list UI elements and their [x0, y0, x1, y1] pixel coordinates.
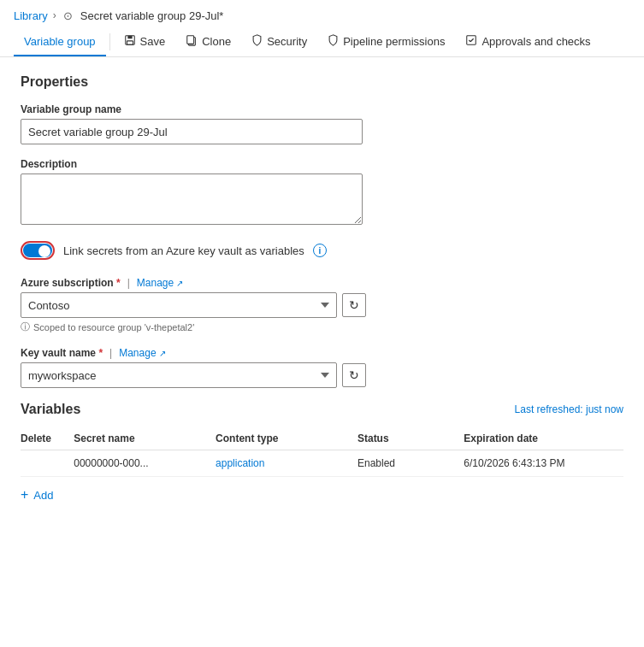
azure-sub-label: Azure subscription * — [21, 277, 121, 289]
main-content: Properties Variable group name Descripti… — [0, 57, 644, 526]
toggle-row: Link secrets from an Azure key vault as … — [21, 241, 623, 260]
svg-rect-4 — [187, 36, 194, 44]
info-icon[interactable]: i — [313, 244, 327, 257]
col-header-expiration: Expiration date — [464, 427, 623, 450]
variable-group-name-field: Variable group name — [21, 103, 623, 144]
description-label: Description — [21, 158, 623, 170]
add-plus-icon: + — [21, 487, 28, 503]
key-vault-manage-link[interactable]: Manage ↗ — [119, 347, 165, 359]
tab-security-label: Security — [267, 35, 307, 48]
cell-delete — [21, 450, 74, 477]
tab-pipeline-permissions[interactable]: Pipeline permissions — [317, 27, 455, 57]
key-vault-label: Key vault name * — [21, 347, 103, 359]
variables-table: Delete Secret name Content type Status E… — [21, 427, 623, 477]
tab-pipeline-permissions-label: Pipeline permissions — [343, 35, 445, 48]
key-vault-manage-label: Manage — [119, 347, 156, 359]
add-label: Add — [33, 489, 53, 502]
tab-clone[interactable]: Clone — [175, 27, 241, 57]
save-icon — [124, 34, 136, 49]
cell-status: Enabled — [357, 450, 464, 477]
variables-header: Variables Last refreshed: just now — [21, 402, 623, 417]
key-vault-dropdown-row: myworkspace ↻ — [21, 362, 623, 388]
approvals-checks-icon — [465, 34, 477, 49]
tab-approvals-checks[interactable]: Approvals and checks — [455, 27, 600, 57]
external-link-icon: ↗ — [176, 279, 183, 288]
azure-sub-required: * — [114, 277, 121, 289]
refresh-icon: ↻ — [349, 298, 359, 312]
variables-table-header: Delete Secret name Content type Status E… — [21, 427, 623, 450]
breadcrumb: Library › ⊙ Secret variable group 29-Jul… — [0, 0, 644, 27]
properties-title: Properties — [21, 74, 623, 90]
azure-sub-label-text: Azure subscription — [21, 277, 114, 289]
key-vault-external-icon: ↗ — [159, 349, 166, 358]
tab-clone-label: Clone — [202, 35, 231, 48]
add-button[interactable]: + Add — [21, 480, 53, 509]
variable-group-icon: ⊙ — [62, 9, 75, 22]
tab-approvals-checks-label: Approvals and checks — [482, 35, 590, 48]
clone-icon — [186, 34, 198, 49]
col-header-status: Status — [357, 427, 464, 450]
azure-sub-dropdown-row: Contoso ↻ — [21, 292, 623, 318]
key-vault-label-text: Key vault name — [21, 347, 96, 359]
key-vault-refresh-button[interactable]: ↻ — [342, 363, 366, 387]
key-vault-required: * — [96, 347, 103, 359]
variable-group-name-label: Variable group name — [21, 103, 623, 115]
col-header-delete: Delete — [21, 427, 74, 450]
col-header-secret: Secret name — [74, 427, 216, 450]
keyvault-toggle[interactable] — [21, 241, 55, 260]
key-vault-label-row: Key vault name * | Manage ↗ — [21, 347, 623, 359]
tab-save-label: Save — [140, 35, 166, 48]
security-icon — [251, 34, 263, 49]
variables-table-body: 00000000-000... application Enabled 6/10… — [21, 450, 623, 477]
variables-header-row: Delete Secret name Content type Status E… — [21, 427, 623, 450]
key-vault-refresh-icon: ↻ — [349, 368, 359, 382]
azure-subscription-section: Azure subscription * | Manage ↗ Contoso … — [21, 277, 623, 333]
key-vault-section: Key vault name * | Manage ↗ myworkspace … — [21, 347, 623, 388]
variable-group-name-input[interactable] — [21, 119, 363, 144]
azure-sub-label-row: Azure subscription * | Manage ↗ — [21, 277, 623, 289]
tab-security[interactable]: Security — [241, 27, 317, 57]
toggle-track — [23, 244, 52, 257]
col-header-content: Content type — [216, 427, 357, 450]
tab-bar: Variable group Save Clone Security Pipel… — [0, 27, 644, 57]
table-row: 00000000-000... application Enabled 6/10… — [21, 450, 623, 477]
cell-content-type: application — [216, 450, 357, 477]
toggle-thumb — [38, 245, 50, 257]
azure-sub-refresh-button[interactable]: ↻ — [342, 293, 366, 317]
azure-sub-select[interactable]: Contoso — [21, 292, 337, 318]
pipeline-permissions-icon — [328, 34, 339, 49]
key-vault-select[interactable]: myworkspace — [21, 362, 337, 388]
scoped-note-text: Scoped to resource group 'v-thepetal2' — [33, 322, 194, 332]
page-title: Secret variable group 29-Jul* — [80, 9, 224, 22]
svg-rect-2 — [127, 41, 133, 44]
azure-sub-manage-link[interactable]: Manage ↗ — [137, 277, 183, 289]
variables-title: Variables — [21, 402, 80, 417]
tab-variable-group[interactable]: Variable group — [14, 28, 106, 56]
tab-save[interactable]: Save — [114, 27, 176, 57]
cell-secret-name: 00000000-000... — [74, 450, 216, 477]
scoped-note-icon: ⓘ — [21, 321, 30, 333]
library-link[interactable]: Library — [14, 9, 48, 22]
pipe-separator: | — [127, 277, 130, 289]
scoped-note: ⓘ Scoped to resource group 'v-thepetal2' — [21, 321, 623, 333]
azure-sub-manage-label: Manage — [137, 277, 174, 289]
variables-section: Variables Last refreshed: just now Delet… — [21, 402, 623, 509]
description-input[interactable] — [21, 174, 363, 225]
last-refreshed: Last refreshed: just now — [515, 403, 623, 415]
svg-rect-1 — [127, 36, 132, 39]
svg-line-6 — [470, 40, 471, 42]
toggle-label: Link secrets from an Azure key vault as … — [63, 244, 304, 257]
content-type-link[interactable]: application — [216, 457, 264, 469]
cell-expiration: 6/10/2026 6:43:13 PM — [464, 450, 623, 477]
svg-line-7 — [471, 38, 475, 42]
key-vault-pipe: | — [109, 347, 112, 359]
tab-separator-1 — [109, 33, 110, 50]
description-field: Description — [21, 158, 623, 227]
breadcrumb-separator: › — [53, 9, 56, 21]
tab-variable-group-label: Variable group — [24, 35, 96, 48]
